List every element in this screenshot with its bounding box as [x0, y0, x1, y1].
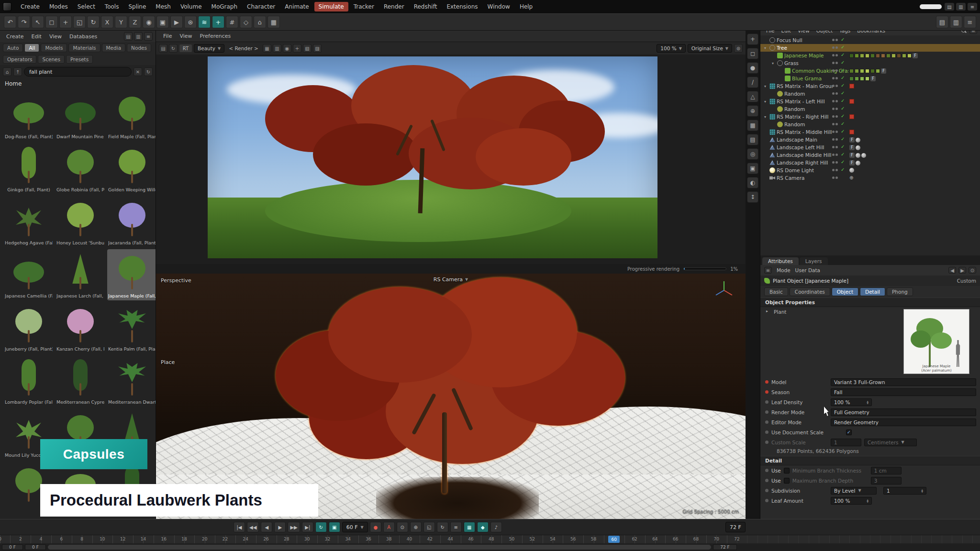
- enabled-check-icon[interactable]: ✓: [841, 129, 845, 134]
- interface-menu-icon[interactable]: ≡: [964, 16, 976, 28]
- polygon-mode-icon[interactable]: △: [747, 91, 758, 102]
- enabled-check-icon[interactable]: ✓: [841, 144, 845, 149]
- render-visibility-dot[interactable]: [835, 161, 838, 164]
- filter-models[interactable]: Models: [41, 44, 67, 52]
- material-swatch[interactable]: [865, 77, 869, 81]
- menu-spline[interactable]: Spline: [124, 2, 150, 11]
- snap-icon[interactable]: ◇: [240, 16, 252, 28]
- menu-character[interactable]: Character: [243, 2, 279, 11]
- workplane-mode-icon[interactable]: ▤: [747, 134, 758, 145]
- expander-icon[interactable]: ▾: [762, 115, 768, 119]
- asset-tile-globe-robinia-fall-pl[interactable]: Globe Robinia (Fall, Pl...: [56, 143, 105, 194]
- detail-field-maximum-branch-depth[interactable]: 3: [871, 477, 902, 485]
- material-swatch[interactable]: [855, 77, 859, 81]
- render-visibility-dot[interactable]: [835, 154, 838, 156]
- stepper-icon[interactable]: ▲▼: [921, 489, 923, 493]
- move-tool-icon[interactable]: +: [59, 16, 72, 28]
- subdivision-mode-dropdown[interactable]: By Level ▼: [831, 487, 877, 495]
- expander-icon[interactable]: ▾: [770, 61, 776, 66]
- anim-dot-icon[interactable]: [765, 420, 768, 424]
- asset-tile-mediterranean-dwarf[interactable]: Mediterranean Dwarf ...: [107, 355, 156, 407]
- custom-scale-field[interactable]: 1: [831, 439, 861, 446]
- enabled-check-icon[interactable]: ✓: [841, 60, 845, 65]
- material-swatch[interactable]: [876, 69, 880, 73]
- object-tab-object[interactable]: Object: [832, 287, 858, 296]
- breadcrumb[interactable]: Home: [0, 78, 156, 89]
- attr-dropdown-editor-mode[interactable]: Render Geometry: [831, 419, 976, 426]
- material-swatch[interactable]: [855, 69, 859, 73]
- undo-icon[interactable]: ↶: [4, 16, 16, 28]
- subdivision-field[interactable]: 1 ▲▼: [883, 487, 926, 495]
- z-axis-toggle[interactable]: Z: [129, 16, 141, 28]
- alpha-icon[interactable]: ▨: [313, 44, 322, 53]
- asset-menu-view[interactable]: View: [46, 33, 65, 41]
- object-row-landscape-left-hill[interactable]: Landscape Left Hill✓F: [760, 143, 980, 151]
- object-row-landscape-main[interactable]: Landscape Main✓F: [760, 136, 980, 143]
- x-axis-toggle[interactable]: X: [101, 16, 113, 28]
- playhead[interactable]: 60: [608, 536, 620, 543]
- render-visibility-dot[interactable]: [835, 46, 838, 49]
- goto-start-button[interactable]: |◀: [234, 522, 245, 532]
- custom-preset-dropdown[interactable]: Custom: [957, 278, 976, 284]
- custom-scale-unit-dropdown[interactable]: Centimeters ▼: [864, 439, 917, 446]
- material-swatch[interactable]: [870, 54, 875, 58]
- asset-tile-golden-weeping-willo[interactable]: Golden Weeping Willo...: [107, 143, 156, 194]
- window-max-icon[interactable]: ▥: [956, 3, 966, 11]
- object-row-landscape-right-hill[interactable]: Landscape Right Hill✓F: [760, 159, 980, 166]
- hud-icon[interactable]: ↕: [747, 191, 758, 203]
- use-checkbox[interactable]: [784, 468, 790, 474]
- asset-tile-japanese-maple-fall[interactable]: Japanese Maple (Fall, ...: [107, 249, 156, 300]
- gear-icon[interactable]: ⊛: [734, 44, 743, 53]
- menu-create[interactable]: Create: [16, 2, 44, 11]
- render-visibility-dot[interactable]: [835, 138, 838, 141]
- asset-tile-field-maple-fall-plant[interactable]: Field Maple (Fall, Plant): [107, 90, 156, 141]
- material-swatch[interactable]: [897, 54, 901, 58]
- render-visibility-dot[interactable]: [835, 62, 838, 64]
- prev-frame-button[interactable]: ◀: [261, 522, 272, 532]
- anim-dot-icon[interactable]: [765, 390, 768, 394]
- workplane-icon[interactable]: ⌂: [254, 16, 266, 28]
- attr-dropdown-render-mode[interactable]: Full Geometry: [831, 408, 976, 416]
- render-visibility-dot[interactable]: [835, 169, 838, 171]
- record-rotation-button[interactable]: ↻: [437, 522, 448, 532]
- render-visibility-dot[interactable]: [835, 85, 838, 87]
- enabled-check-icon[interactable]: ✓: [841, 167, 845, 172]
- object-row-grass[interactable]: ▾Grass✓: [760, 59, 980, 67]
- anim-dot-icon[interactable]: [765, 400, 768, 404]
- back-arrow-icon[interactable]: ◀: [948, 267, 956, 274]
- render-visibility-dot[interactable]: [835, 100, 838, 102]
- keyframe-button[interactable]: ⊙: [397, 522, 408, 532]
- menu-render[interactable]: Render: [379, 2, 409, 11]
- enabled-check-icon[interactable]: ✓: [841, 159, 845, 165]
- material-swatch[interactable]: [865, 69, 869, 73]
- sound-button[interactable]: ♪: [490, 522, 502, 532]
- filter-auto[interactable]: Auto: [3, 44, 23, 52]
- region-render-icon[interactable]: ◉: [283, 44, 291, 53]
- record-pla-button[interactable]: ▦: [464, 522, 475, 532]
- enabled-check-icon[interactable]: ✓: [841, 44, 845, 50]
- filter-media[interactable]: Media: [102, 44, 126, 52]
- anim-dot-icon[interactable]: [765, 469, 768, 472]
- object-tab-basic[interactable]: Basic: [764, 287, 788, 296]
- anim-dot-icon[interactable]: [765, 479, 768, 482]
- selected-tree[interactable]: [156, 274, 746, 519]
- menu-tracker[interactable]: Tracker: [349, 2, 379, 11]
- menu-window[interactable]: Window: [483, 2, 514, 11]
- render-visibility-dot[interactable]: [835, 77, 838, 79]
- texture-mode-icon[interactable]: ▦: [747, 120, 758, 131]
- menu-help[interactable]: Help: [515, 2, 537, 11]
- save-image-icon[interactable]: ▤: [159, 44, 167, 53]
- phong-tag-icon[interactable]: F: [870, 76, 876, 81]
- material-swatch[interactable]: [849, 77, 854, 81]
- editor-visibility-dot[interactable]: [832, 54, 835, 56]
- asset-tile-japanese-larch-fall[interactable]: Japanese Larch (Fall, ...: [56, 249, 105, 300]
- phong-tag-icon[interactable]: F: [849, 145, 855, 150]
- material-swatch[interactable]: [891, 54, 896, 58]
- object-row-landscape-middle-hill[interactable]: Landscape Middle Hill✓F: [760, 151, 980, 159]
- detail-field-minimum-branch-thickness[interactable]: 1 cm: [871, 467, 902, 474]
- leaf-amount-field[interactable]: 100 % ▲▼: [831, 497, 872, 505]
- asset-tile-dog-rose-fall-plant[interactable]: Dog-Rose (Fall, Plant): [4, 90, 54, 141]
- scale-tool-icon[interactable]: ◱: [73, 16, 86, 28]
- record-params-button[interactable]: ≡: [450, 522, 462, 532]
- menu-mograph[interactable]: MoGraph: [207, 2, 242, 11]
